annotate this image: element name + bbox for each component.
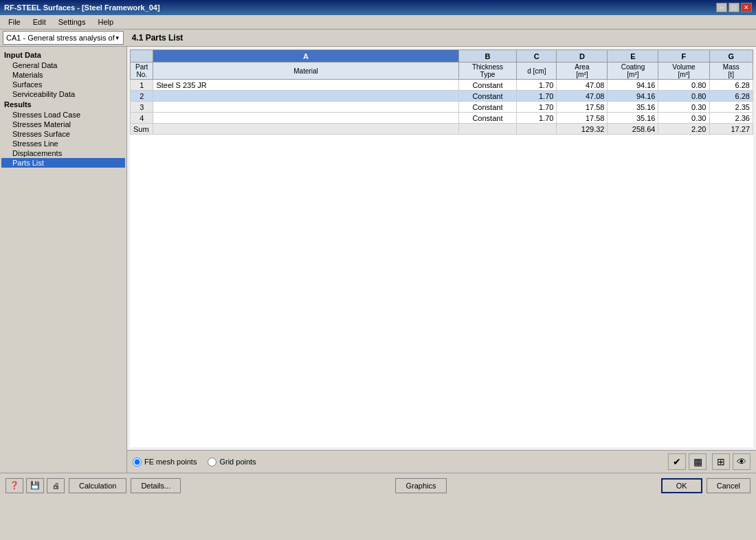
table-row[interactable]: 2 Constant 1.70 47.08 94.16 0.80 6.28	[131, 91, 753, 102]
fe-mesh-radio-group: FE mesh points	[133, 458, 197, 466]
title-bar: RF-STEEL Surfaces - [Steel Framework_04]…	[0, 0, 756, 15]
print-icon-btn[interactable]: 🖨	[47, 478, 65, 493]
sum-area: 129.32	[557, 124, 608, 135]
cell-part-no: 1	[131, 80, 153, 91]
col-part-no-header	[131, 50, 153, 63]
col-g-header: G	[709, 50, 753, 63]
col-a-header: A	[153, 50, 458, 63]
calculation-button[interactable]: Calculation	[69, 478, 126, 493]
ok-button[interactable]: OK	[661, 478, 702, 493]
fe-mesh-radio[interactable]	[133, 458, 142, 466]
cell-part-no: 4	[131, 113, 153, 124]
sidebar-item-surfaces[interactable]: Surfaces	[1, 80, 125, 89]
parts-table: A B C D E F G PartNo. Material Thickness…	[130, 49, 753, 135]
sidebar-item-parts-list[interactable]: Parts List	[1, 158, 125, 168]
parts-table-container: A B C D E F G PartNo. Material Thickness…	[130, 49, 753, 447]
chevron-down-icon: ▼	[115, 35, 120, 41]
table-row[interactable]: 1 Steel S 235 JR Constant 1.70 47.08 94.…	[131, 80, 753, 91]
input-section-label: Input Data	[1, 49, 125, 60]
sidebar: Input Data General Data Materials Surfac…	[0, 47, 127, 473]
cell-volume: 0.80	[658, 80, 709, 91]
cell-type: Constant	[458, 102, 517, 113]
cell-area: 47.08	[557, 91, 608, 102]
table-row[interactable]: 4 Constant 1.70 17.58 35.16 0.30 2.36	[131, 113, 753, 124]
ca-label: CA1 - General stress analysis of	[6, 34, 115, 42]
bottom-icon-buttons: ✔ ▦ ⊞ 👁	[668, 453, 751, 470]
sidebar-item-stresses-material[interactable]: Stresses Material	[1, 120, 125, 129]
sum-d	[517, 124, 557, 135]
window-controls[interactable]: ─ □ ✕	[716, 3, 752, 12]
export-icon-btn[interactable]: ⊞	[712, 453, 730, 470]
check-icon-btn[interactable]: ✔	[668, 453, 686, 470]
save-icon-btn[interactable]: 💾	[26, 478, 44, 493]
cell-area: 17.58	[557, 113, 608, 124]
col-b-header: B	[458, 50, 517, 63]
col-c-header: C	[517, 50, 557, 63]
cell-material: Steel S 235 JR	[153, 80, 458, 91]
cell-volume: 0.30	[658, 113, 709, 124]
sidebar-item-stresses-line[interactable]: Stresses Line	[1, 139, 125, 148]
cell-mass: 6.28	[709, 91, 753, 102]
window-title: RF-STEEL Surfaces - [Steel Framework_04]	[4, 3, 160, 12]
fe-mesh-label[interactable]: FE mesh points	[144, 458, 197, 466]
sidebar-item-serviceability[interactable]: Serviceability Data	[1, 89, 125, 99]
ca-dropdown[interactable]: CA1 - General stress analysis of ▼	[3, 31, 124, 45]
menu-edit[interactable]: Edit	[27, 16, 52, 27]
col-f-header: F	[658, 50, 709, 63]
details-button[interactable]: Details...	[131, 478, 181, 493]
sum-volume: 2.20	[658, 124, 709, 135]
menu-help[interactable]: Help	[92, 16, 119, 27]
sidebar-item-stresses-surface[interactable]: Stresses Surface	[1, 129, 125, 139]
sidebar-item-materials[interactable]: Materials	[1, 70, 125, 80]
cell-type: Constant	[458, 80, 517, 91]
subhdr-thickness-type: ThicknessType	[458, 63, 517, 80]
main-layout: Input Data General Data Materials Surfac…	[0, 47, 756, 473]
cell-coating: 94.16	[608, 91, 658, 102]
cell-type: Constant	[458, 91, 517, 102]
cell-volume: 0.30	[658, 102, 709, 113]
cell-d: 1.70	[517, 80, 557, 91]
cell-material	[153, 102, 458, 113]
cell-part-no: 2	[131, 91, 153, 102]
cell-coating: 35.16	[608, 102, 658, 113]
toolbar: CA1 - General stress analysis of ▼ 4.1 P…	[0, 30, 756, 47]
sidebar-item-stresses-load-case[interactable]: Stresses Load Case	[1, 110, 125, 120]
close-button[interactable]: ✕	[741, 3, 752, 12]
cell-coating: 35.16	[608, 113, 658, 124]
results-section-label: Results	[1, 99, 125, 110]
minimize-button[interactable]: ─	[716, 3, 727, 12]
cell-part-no: 3	[131, 102, 153, 113]
maximize-button[interactable]: □	[729, 3, 740, 12]
grid-points-label[interactable]: Grid points	[219, 458, 256, 466]
grid-points-radio-group: Grid points	[208, 458, 256, 466]
col-e-header: E	[608, 50, 658, 63]
left-icon-buttons: ❓ 💾 🖨	[5, 478, 65, 493]
table-icon-btn[interactable]: ▦	[689, 453, 707, 470]
content-area: A B C D E F G PartNo. Material Thickness…	[127, 47, 756, 473]
graphics-button[interactable]: Graphics	[395, 478, 446, 493]
help-icon-btn[interactable]: ❓	[5, 478, 23, 493]
menu-settings[interactable]: Settings	[53, 16, 91, 27]
subhdr-mass: Mass[t]	[709, 63, 753, 80]
sidebar-item-general-data[interactable]: General Data	[1, 60, 125, 70]
cell-volume: 0.80	[658, 91, 709, 102]
cancel-button[interactable]: Cancel	[707, 478, 751, 493]
subhdr-coating: Coating[m²]	[608, 63, 658, 80]
grid-points-radio[interactable]	[208, 458, 216, 466]
subhdr-part-no: PartNo.	[131, 63, 153, 80]
cell-mass: 6.28	[709, 80, 753, 91]
cell-material	[153, 113, 458, 124]
cell-mass: 2.35	[709, 102, 753, 113]
table-row[interactable]: 3 Constant 1.70 17.58 35.16 0.30 2.35	[131, 102, 753, 113]
sum-material	[153, 124, 458, 135]
sum-coating: 258.64	[608, 124, 658, 135]
cell-type: Constant	[458, 113, 517, 124]
eye-icon-btn[interactable]: 👁	[733, 453, 751, 470]
sidebar-item-displacements[interactable]: Displacements	[1, 148, 125, 158]
cell-area: 17.58	[557, 102, 608, 113]
subhdr-volume: Volume[m³]	[658, 63, 709, 80]
menu-file[interactable]: File	[3, 16, 26, 27]
sum-row: Sum 129.32 258.64 2.20 17.27	[131, 124, 753, 135]
menu-bar: File Edit Settings Help	[0, 15, 756, 30]
sum-type	[458, 124, 517, 135]
